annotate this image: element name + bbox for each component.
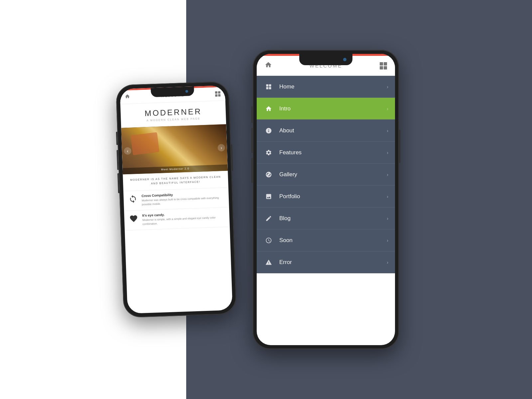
chevron-blog: › — [387, 216, 388, 221]
svg-rect-10 — [266, 84, 269, 86]
menu-label-intro: Intro — [279, 105, 387, 112]
svg-text:📷: 📷 — [201, 141, 205, 146]
svg-rect-2 — [171, 130, 200, 153]
menu-icon-intro — [263, 103, 274, 114]
grid-icon-right[interactable] — [380, 62, 387, 69]
menu-item-portfolio[interactable]: Portfolio › — [257, 186, 395, 207]
chevron-portfolio: › — [387, 194, 388, 199]
svg-rect-11 — [269, 84, 271, 86]
menu-item-features[interactable]: Features › — [257, 142, 395, 164]
refresh-icon — [128, 194, 138, 204]
side-button-mute-right — [251, 106, 253, 123]
chevron-features: › — [387, 150, 388, 155]
feature-item-2: It's eye candy. Moderner is simple, with… — [124, 207, 230, 230]
chevron-intro: › — [387, 106, 388, 111]
menu-label-home: Home — [279, 83, 387, 90]
side-button-vol-up — [117, 150, 119, 170]
screen-right: WELCOME — [257, 54, 395, 345]
chevron-gallery: › — [387, 172, 388, 177]
menu-item-error[interactable]: Error › — [257, 251, 395, 273]
feature-desc-1: Moderner was always built to be cross co… — [142, 196, 224, 207]
svg-rect-1 — [140, 132, 169, 153]
menu-icon-features — [263, 147, 274, 158]
svg-rect-13 — [269, 87, 271, 89]
notch-right — [299, 54, 352, 65]
screen-left: WELCOME MODERNER A MODERN CLEAN WEB PAGE — [120, 85, 232, 314]
menu-label-blog: Blog — [279, 215, 387, 222]
side-button-power-right — [399, 130, 400, 163]
menu-icon-gallery — [263, 169, 274, 180]
svg-text:4: 4 — [158, 149, 165, 161]
menu-icon-home — [263, 81, 274, 92]
grid-icon-inner — [215, 91, 221, 97]
svg-rect-8 — [200, 138, 214, 148]
chevron-error: › — [387, 260, 388, 265]
svg-point-4 — [187, 140, 201, 154]
side-button-vol-down — [117, 173, 119, 193]
side-button-vol-up-right — [251, 128, 253, 153]
camera-dot-right — [343, 58, 346, 61]
feature-text-1: Cross Compatibility Moderner was always … — [141, 191, 224, 207]
menu-icon-blog — [263, 213, 274, 224]
menu-item-blog[interactable]: Blog › — [257, 207, 395, 229]
menu-label-gallery: Gallery — [279, 171, 387, 178]
menu-label-error: Error — [279, 259, 387, 266]
feature-text-2: It's eye candy. Moderner is simple, with… — [142, 211, 225, 226]
side-button-mute — [116, 132, 118, 145]
menu-icon-error — [263, 257, 274, 268]
feature-desc-2: Moderner is simple, with a simple and el… — [142, 215, 225, 226]
menu-label-about: About — [279, 127, 387, 134]
brand-section: MODERNER A MODERN CLEAN WEB PAGE — [120, 101, 226, 128]
feature-item-1: Cross Compatibility Moderner was always … — [123, 188, 229, 211]
camera-dot — [186, 90, 188, 93]
menu-icon-about — [263, 125, 274, 136]
notch-left — [151, 86, 194, 97]
chevron-soon: › — [387, 238, 388, 243]
menu-item-gallery[interactable]: Gallery › — [257, 164, 395, 186]
phones-container: WELCOME MODERNER A MODERN CLEAN WEB PAGE — [133, 50, 399, 349]
menu-label-features: Features — [279, 149, 387, 156]
menu-label-soon: Soon — [279, 237, 387, 244]
side-button-vol-down-right — [251, 158, 253, 183]
menu-icon-portfolio — [263, 191, 274, 202]
menu-list: Home › Intro › — [257, 76, 395, 273]
svg-text:2: 2 — [147, 148, 154, 159]
chevron-home: › — [387, 84, 388, 89]
menu-content: Home › Intro › — [257, 76, 395, 273]
grid-icon-inner-right — [380, 62, 387, 69]
menu-item-intro[interactable]: Intro › — [257, 98, 395, 120]
heart-icon — [129, 214, 138, 223]
menu-item-home[interactable]: Home › — [257, 76, 395, 98]
home-icon-right[interactable] — [265, 61, 272, 70]
phone-left: WELCOME MODERNER A MODERN CLEAN WEB PAGE — [116, 81, 237, 318]
menu-item-soon[interactable]: Soon › — [257, 229, 395, 251]
menu-item-about[interactable]: About › — [257, 120, 395, 142]
home-icon-left[interactable] — [125, 94, 130, 101]
svg-point-3 — [179, 140, 196, 158]
left-content: MODERNER A MODERN CLEAN WEB PAGE — [120, 101, 233, 313]
chevron-about: › — [387, 128, 388, 133]
menu-icon-soon — [263, 235, 274, 246]
svg-rect-12 — [266, 87, 269, 89]
grid-icon-left[interactable] — [215, 91, 221, 97]
side-button-power — [231, 144, 233, 171]
carousel[interactable]: 2 4 📷 Meet Moderner 2.0 ‹ › — [121, 124, 228, 175]
menu-label-portfolio: Portfolio — [279, 193, 387, 200]
phone-right: WELCOME — [253, 50, 399, 349]
